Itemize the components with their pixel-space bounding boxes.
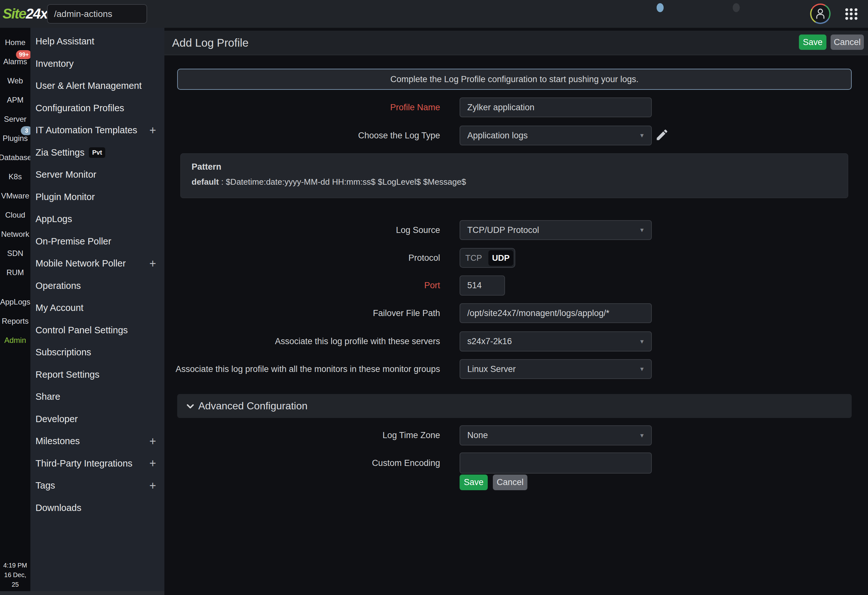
monitor-groups-value: Linux Server <box>467 364 516 374</box>
sidebar-item-server-monitor[interactable]: Server Monitor <box>30 163 164 186</box>
sidebar-item-label: IT Automation Templates <box>35 125 137 135</box>
rail-item-sdn[interactable]: SDN <box>0 244 30 263</box>
sidebar-item-share[interactable]: Share <box>30 386 164 408</box>
rail-item-server[interactable]: Server <box>0 110 30 129</box>
rail-item-label: Network <box>1 230 29 239</box>
sidebar-item-label: Subscriptions <box>35 347 91 358</box>
status-dot-inactive[interactable] <box>733 3 740 12</box>
rail-item-admin[interactable]: Admin <box>0 331 30 350</box>
protocol-option-tcp[interactable]: TCP <box>460 253 487 263</box>
rail-item-applogs[interactable]: AppLogs <box>0 292 30 312</box>
rail-item-alarms[interactable]: Alarms99+ <box>0 52 30 71</box>
encoding-label: Custom Encoding <box>164 452 440 474</box>
avatar-inner <box>811 5 829 23</box>
rail-item-apm[interactable]: APM <box>0 90 30 110</box>
chevron-down-icon <box>186 401 195 411</box>
sidebar-item-milestones[interactable]: Milestones+ <box>30 430 164 452</box>
admin-sidebar: Help AssistantInventoryUser & Alert Mana… <box>30 28 164 591</box>
rail-item-cloud[interactable]: Cloud <box>0 205 30 225</box>
sidebar-item-label: Third-Party Integrations <box>35 458 133 469</box>
sidebar-item-operations[interactable]: Operations <box>30 275 164 297</box>
sidebar-item-label: Report Settings <box>35 370 99 380</box>
sidebar-item-applogs[interactable]: AppLogs <box>30 208 164 230</box>
primary-nav-rail: HomeAlarms99+WebAPMServerPlugins3Databas… <box>0 28 30 595</box>
save-button[interactable]: Save <box>460 474 488 490</box>
edit-pencil-icon[interactable] <box>655 128 669 142</box>
search-input[interactable] <box>47 4 147 24</box>
timezone-dropdown[interactable]: None ▼ <box>460 425 652 445</box>
associate-servers-label: Associate this log profile with these se… <box>164 331 440 352</box>
log-type-value: Application logs <box>467 131 528 141</box>
pattern-key: default <box>192 177 219 187</box>
log-source-dropdown[interactable]: TCP/UDP Protocol ▼ <box>460 220 652 240</box>
sidebar-item-third-party-integrations[interactable]: Third-Party Integrations+ <box>30 452 164 475</box>
sidebar-item-developer[interactable]: Developer <box>30 408 164 430</box>
sidebar-item-downloads[interactable]: Downloads <box>30 497 164 519</box>
sidebar-item-label: Help Assistant <box>35 36 94 47</box>
rail-item-label: Cloud <box>5 211 25 219</box>
advanced-configuration-toggle[interactable]: Advanced Configuration <box>177 394 852 418</box>
rail-item-rum[interactable]: RUM <box>0 263 30 282</box>
rail-item-k8s[interactable]: K8s <box>0 167 30 186</box>
rail-item-network[interactable]: Network <box>0 225 30 244</box>
sidebar-item-my-account[interactable]: My Account <box>30 297 164 319</box>
sidebar-item-user-alert-management[interactable]: User & Alert Management <box>30 75 164 97</box>
sidebar-item-control-panel-settings[interactable]: Control Panel Settings <box>30 319 164 342</box>
status-dot-active[interactable] <box>657 3 664 12</box>
expand-plus-icon[interactable]: + <box>149 458 156 469</box>
log-type-dropdown[interactable]: Application logs ▼ <box>460 125 652 146</box>
sidebar-item-label: User & Alert Management <box>35 81 142 91</box>
failover-path-input[interactable] <box>460 303 652 323</box>
monitor-groups-dropdown[interactable]: Linux Server ▼ <box>460 359 652 379</box>
sidebar-item-tags[interactable]: Tags+ <box>30 474 164 497</box>
port-input[interactable] <box>460 275 505 296</box>
rail-item-label: Admin <box>4 336 26 345</box>
encoding-input[interactable] <box>460 452 652 474</box>
rail-item-vmware[interactable]: VMware <box>0 186 30 205</box>
rail-item-reports[interactable]: Reports <box>0 312 30 331</box>
rail-item-label: Database <box>0 153 32 162</box>
pattern-panel: Pattern default : $Datetime:date:yyyy-MM… <box>180 153 848 198</box>
chevron-down-icon: ▼ <box>639 366 645 373</box>
app-window: Site24x7 HomeAlarms99+WebAPMServerPlugin… <box>0 0 868 595</box>
expand-plus-icon[interactable]: + <box>149 436 156 447</box>
rail-item-label: RUM <box>6 268 24 277</box>
sidebar-scrollbar[interactable] <box>0 591 164 595</box>
expand-plus-icon[interactable]: + <box>149 480 156 492</box>
person-icon <box>815 8 826 20</box>
profile-name-input[interactable] <box>460 97 652 117</box>
sidebar-item-label: Mobile Network Poller <box>35 258 126 269</box>
cancel-button-header[interactable]: Cancel <box>831 34 864 50</box>
protocol-option-udp[interactable]: UDP <box>489 250 513 266</box>
associate-servers-dropdown[interactable]: s24x7-2k16 ▼ <box>460 331 652 352</box>
alarms-count-badge: 99+ <box>16 50 32 59</box>
sidebar-item-report-settings[interactable]: Report Settings <box>30 364 164 386</box>
user-avatar[interactable] <box>810 3 831 24</box>
sidebar-item-help-assistant[interactable]: Help Assistant <box>30 30 164 53</box>
expand-plus-icon[interactable]: + <box>149 125 156 136</box>
log-source-value: TCP/UDP Protocol <box>467 225 539 235</box>
sidebar-item-label: On-Premise Poller <box>35 236 111 247</box>
rail-item-database[interactable]: Database <box>0 148 30 167</box>
clock-time: 4:19 PM <box>0 561 30 570</box>
sidebar-item-plugin-monitor[interactable]: Plugin Monitor <box>30 186 164 208</box>
rail-item-web[interactable]: Web <box>0 71 30 90</box>
apps-grid-icon[interactable] <box>844 8 858 21</box>
clock-date: 16 Dec, 25 <box>0 570 30 589</box>
expand-plus-icon[interactable]: + <box>149 258 156 270</box>
save-button-header[interactable]: Save <box>799 34 827 50</box>
pattern-title: Pattern <box>192 162 837 172</box>
sidebar-item-mobile-network-poller[interactable]: Mobile Network Poller+ <box>30 252 164 275</box>
rail-item-home[interactable]: Home <box>0 33 30 52</box>
sidebar-item-zia-settings[interactable]: Zia SettingsPvt <box>30 141 164 164</box>
sidebar-item-it-automation-templates[interactable]: IT Automation Templates+ <box>30 119 164 141</box>
failover-path-label: Failover File Path <box>164 303 440 323</box>
sidebar-item-label: AppLogs <box>35 214 72 224</box>
rail-item-plugins[interactable]: Plugins3 <box>0 129 30 148</box>
port-label: Port <box>164 275 440 296</box>
cancel-button[interactable]: Cancel <box>493 474 527 490</box>
sidebar-item-inventory[interactable]: Inventory <box>30 53 164 75</box>
sidebar-item-configuration-profiles[interactable]: Configuration Profiles <box>30 97 164 119</box>
sidebar-item-on-premise-poller[interactable]: On-Premise Poller <box>30 230 164 253</box>
sidebar-item-subscriptions[interactable]: Subscriptions <box>30 341 164 364</box>
